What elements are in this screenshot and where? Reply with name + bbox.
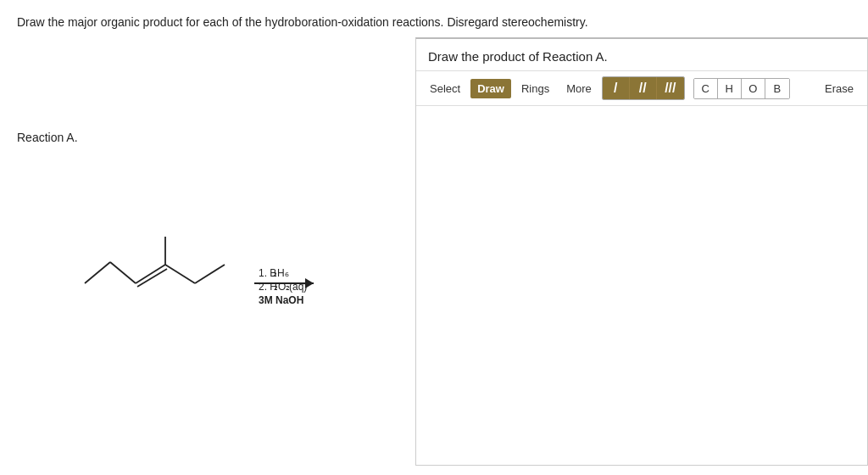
svg-line-4 [165, 265, 195, 283]
single-bond-button[interactable]: / [603, 77, 630, 99]
svg-line-2 [136, 265, 165, 283]
rings-button[interactable]: Rings [515, 79, 556, 98]
bond-tools: / // /// [602, 76, 685, 100]
reaction-diagram: 1. B ₂H₆ 2. H ₂O₂ (aq) 3M NaOH [34, 173, 398, 360]
drawing-area[interactable] [416, 106, 867, 447]
svg-line-1 [85, 262, 110, 283]
toolbar: Select Draw Rings More / // /// C H O B [416, 71, 867, 106]
page-container: Draw the major organic product for each … [0, 0, 868, 475]
panel-title: Draw the product of Reaction A. [416, 39, 867, 71]
svg-text:(aq): (aq) [289, 281, 307, 293]
atom-tools: C H O B [693, 78, 790, 99]
question-text: Draw the major organic product for each … [0, 0, 868, 37]
svg-line-3 [137, 269, 167, 287]
main-content: Reaction A. [0, 37, 868, 466]
erase-button[interactable]: Erase [818, 79, 860, 98]
double-bond-button[interactable]: // [630, 77, 657, 99]
select-button[interactable]: Select [423, 79, 467, 98]
svg-line-0 [110, 262, 136, 283]
oxygen-button[interactable]: O [742, 79, 765, 98]
more-button[interactable]: More [559, 79, 598, 98]
reaction-label: Reaction A. [17, 131, 78, 144]
svg-text:₂O₂: ₂O₂ [274, 281, 290, 293]
draw-button[interactable]: Draw [470, 79, 511, 98]
left-panel: Reaction A. [0, 37, 415, 466]
svg-line-6 [195, 265, 225, 283]
triple-bond-button[interactable]: /// [657, 77, 684, 99]
hydrogen-button[interactable]: H [718, 79, 742, 98]
boron-button[interactable]: B [765, 79, 789, 98]
drawing-tool-panel: Draw the product of Reaction A. Select D… [415, 37, 868, 466]
carbon-button[interactable]: C [694, 79, 718, 98]
svg-text:3M NaOH: 3M NaOH [259, 294, 303, 306]
svg-text:₂H₆: ₂H₆ [273, 267, 289, 279]
